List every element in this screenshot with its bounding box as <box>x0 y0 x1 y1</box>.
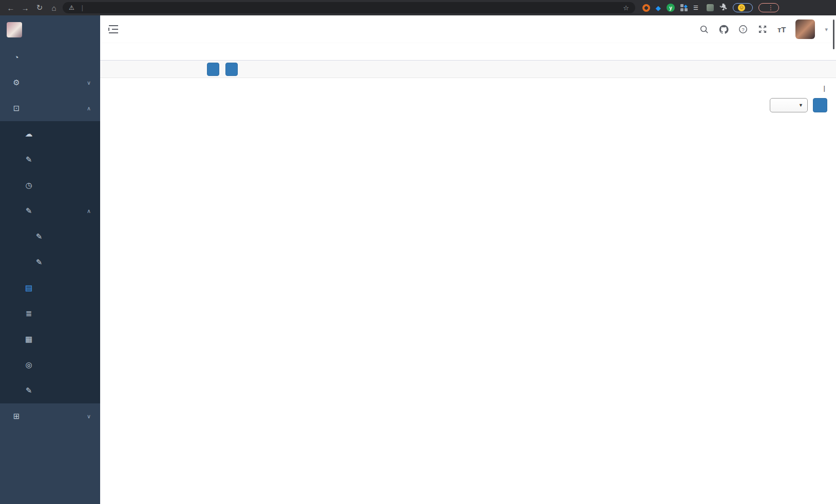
chevron-down-icon: ∨ <box>87 80 91 86</box>
sidebar-item-9[interactable]: ▤ <box>0 275 100 301</box>
fullscreen-icon[interactable] <box>758 25 768 34</box>
timer-icon: ◷ <box>23 181 35 190</box>
sidebar-collapse-icon[interactable] <box>108 25 120 34</box>
extension-grid-icon[interactable]: ◆ <box>680 4 688 11</box>
smiley-icon: ☺ <box>738 4 745 11</box>
svg-text:?: ? <box>742 27 745 32</box>
sidebar-item-10[interactable]: ≣ <box>0 301 100 326</box>
sidebar-item-1[interactable]: ⚙∨ <box>0 70 100 95</box>
address-bar[interactable]: ⚠ | ☆ <box>63 2 635 13</box>
caret-down-icon[interactable]: ▾ <box>825 26 828 33</box>
extension-donut-icon[interactable] <box>642 4 650 12</box>
font-size-icon[interactable]: тT <box>777 25 786 34</box>
chevron-down-icon: ∨ <box>87 413 91 420</box>
extension-tool-icon[interactable] <box>707 4 714 11</box>
pause-refresh-button[interactable] <box>813 98 827 112</box>
sidebar-item-3[interactable]: ☁ <box>0 121 100 147</box>
sidebar-item-4[interactable]: ✎ <box>0 147 100 172</box>
tools-icon: ⊞ <box>10 412 23 421</box>
edit-icon: ✎ <box>23 155 35 164</box>
tags-bar <box>100 43 836 61</box>
extension-gem-icon[interactable]: ◆ <box>656 4 661 12</box>
sidebar-item-7[interactable]: ✎ <box>0 224 100 249</box>
gear-icon: ⚙ <box>10 78 23 87</box>
url-separator: | <box>82 4 83 11</box>
reset-button[interactable] <box>207 63 219 76</box>
bookmark-star-icon[interactable]: ☆ <box>623 4 629 12</box>
extension-list-icon[interactable]: ☰ <box>693 5 701 11</box>
forward-icon[interactable]: → <box>20 4 31 12</box>
extensions-puzzle-icon[interactable] <box>719 3 727 13</box>
sidebar-item-12[interactable]: ◎ <box>0 352 100 378</box>
dashboard-icon: ◔ <box>10 53 23 62</box>
log-center-icon: ✎ <box>23 386 35 395</box>
druid-navbar <box>100 61 836 78</box>
trace-icon: ◎ <box>23 360 35 370</box>
access-log-icon: ✎ <box>33 232 45 241</box>
help-icon[interactable]: ? <box>738 25 748 34</box>
browser-toolbar: ← → ↻ ⌂ ⚠ | ☆ ◆ y ◆ ☰ ☺ ⋮ <box>0 0 836 15</box>
chevron-up-icon: ∧ <box>87 105 91 112</box>
lang-separator: | <box>824 84 825 92</box>
scrollbar-thumb[interactable] <box>833 20 834 49</box>
sidebar-item-13[interactable]: ✎ <box>0 378 100 403</box>
redis-icon: ≣ <box>23 309 35 318</box>
sidebar-item-0[interactable]: ◔ <box>0 44 100 70</box>
sidebar: ◔⚙∨⊡∧☁✎◷✎∧✎✎▤≣▦◎✎⊞∨ <box>0 15 100 504</box>
sidebar-item-11[interactable]: ▦ <box>0 326 100 352</box>
sidebar-logo[interactable] <box>0 15 100 44</box>
back-icon[interactable]: ← <box>5 4 16 12</box>
druid-content: | ▼ <box>100 78 836 504</box>
select-caret-icon: ▼ <box>799 103 803 108</box>
home-icon[interactable]: ⌂ <box>48 4 60 12</box>
sidebar-item-5[interactable]: ◷ <box>0 172 100 198</box>
warning-icon: ⚠ <box>69 4 74 11</box>
app-logo-avatar <box>7 22 22 37</box>
reload-icon[interactable]: ↻ <box>34 3 45 12</box>
infra-icon: ⊡ <box>10 104 23 113</box>
refresh-interval-select[interactable]: ▼ <box>770 98 808 112</box>
log-and-reset-button[interactable] <box>225 63 238 76</box>
update-browser-button[interactable]: ⋮ <box>758 3 779 12</box>
search-icon[interactable] <box>699 25 709 34</box>
top-navbar: ? тT ▾ <box>100 15 836 43</box>
language-switcher: | <box>109 78 827 92</box>
sidebar-menu: ◔⚙∨⊡∧☁✎◷✎∧✎✎▤≣▦◎✎⊞∨ <box>0 44 100 429</box>
extension-y-icon[interactable]: y <box>667 4 675 12</box>
error-log-icon: ✎ <box>33 258 45 267</box>
user-avatar[interactable] <box>795 20 815 39</box>
github-icon[interactable] <box>719 25 729 34</box>
browser-menu-dots-icon[interactable]: ⋮ <box>768 4 774 11</box>
paused-extension-pill[interactable]: ☺ <box>733 3 753 12</box>
sidebar-item-8[interactable]: ✎ <box>0 249 100 275</box>
sidebar-item-14[interactable]: ⊞∨ <box>0 403 100 429</box>
java-icon: ▦ <box>23 335 35 344</box>
extensions-cluster: ◆ y ◆ ☰ ☺ ⋮ <box>642 3 779 13</box>
api-log-icon: ✎ <box>23 206 35 216</box>
sidebar-item-6[interactable]: ✎∧ <box>0 198 100 224</box>
upload-cloud-icon: ☁ <box>23 129 35 139</box>
chevron-up-icon: ∧ <box>87 208 91 215</box>
sidebar-item-2[interactable]: ⊡∧ <box>0 95 100 121</box>
mysql-icon: ▤ <box>23 283 35 293</box>
